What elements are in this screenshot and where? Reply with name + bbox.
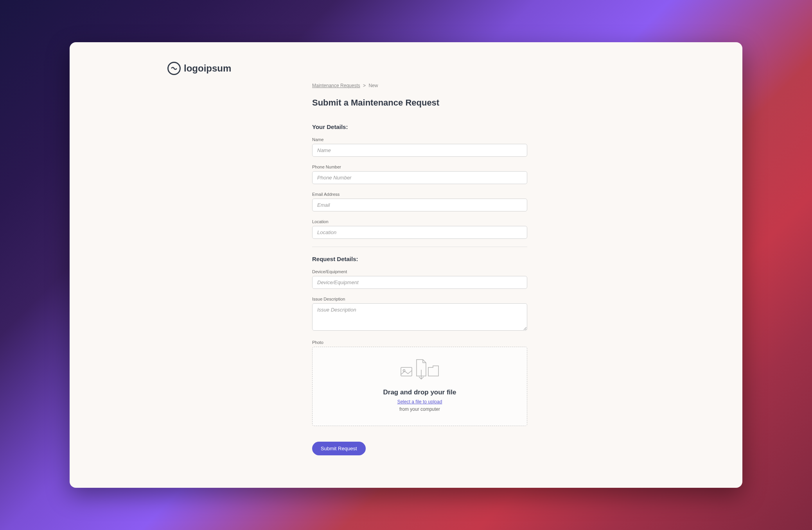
name-label: Name <box>312 137 527 142</box>
phone-input[interactable] <box>312 171 527 184</box>
location-label: Location <box>312 219 527 224</box>
form-group-photo: Photo Drag and drop your file Select a f… <box>312 340 527 426</box>
section-divider <box>312 247 527 247</box>
email-input[interactable] <box>312 199 527 211</box>
form-group-device: Device/Equipment <box>312 269 527 289</box>
logo-text: logoipsum <box>184 63 231 74</box>
section-request-details-title: Request Details: <box>312 256 527 262</box>
app-window: logoipsum Maintenance Requests > New Sub… <box>70 42 742 488</box>
upload-dropzone[interactable]: Drag and drop your file Select a file to… <box>312 347 527 426</box>
form-group-phone: Phone Number <box>312 165 527 184</box>
upload-icon <box>320 359 519 381</box>
logo: logoipsum <box>167 62 719 75</box>
breadcrumb: Maintenance Requests > New <box>312 83 527 88</box>
submit-button[interactable]: Submit Request <box>312 442 366 455</box>
breadcrumb-parent[interactable]: Maintenance Requests <box>312 83 360 88</box>
photo-label: Photo <box>312 340 527 345</box>
form-group-email: Email Address <box>312 192 527 211</box>
upload-subtext: from your computer <box>320 406 519 412</box>
name-input[interactable] <box>312 144 527 157</box>
content: Maintenance Requests > New Submit a Main… <box>312 83 527 455</box>
logo-icon <box>167 62 181 75</box>
phone-label: Phone Number <box>312 165 527 169</box>
device-input[interactable] <box>312 276 527 289</box>
issue-label: Issue Description <box>312 297 527 301</box>
upload-title: Drag and drop your file <box>320 389 519 396</box>
breadcrumb-separator: > <box>363 83 366 88</box>
breadcrumb-current: New <box>368 83 378 88</box>
form-group-issue: Issue Description <box>312 297 527 332</box>
location-input[interactable] <box>312 226 527 239</box>
form-group-location: Location <box>312 219 527 239</box>
email-label: Email Address <box>312 192 527 197</box>
form-group-name: Name <box>312 137 527 157</box>
issue-textarea[interactable] <box>312 303 527 331</box>
section-your-details-title: Your Details: <box>312 124 527 130</box>
page-title: Submit a Maintenance Request <box>312 98 527 108</box>
device-label: Device/Equipment <box>312 269 527 274</box>
upload-link[interactable]: Select a file to upload <box>397 399 442 405</box>
